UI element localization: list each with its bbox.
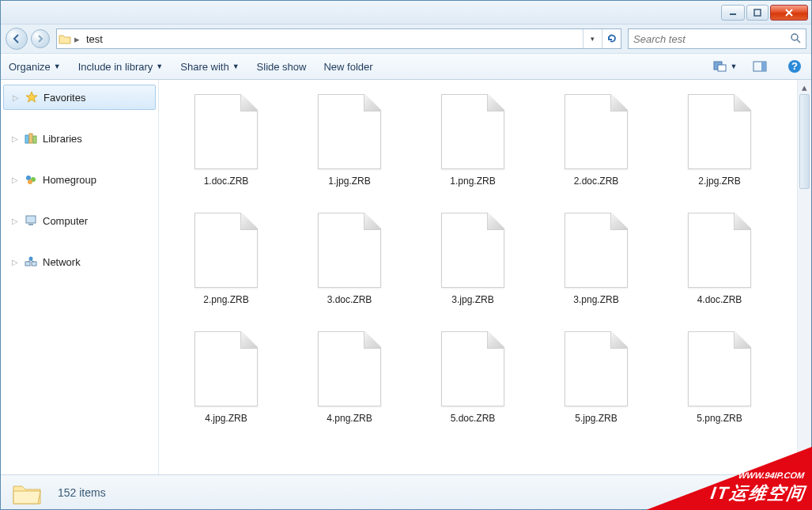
file-name-label: 2.png.ZRB: [203, 294, 248, 305]
minimize-button[interactable]: [721, 5, 745, 21]
folder-icon: [57, 33, 73, 44]
chevron-down-icon: ▼: [156, 62, 163, 70]
file-grid[interactable]: 1.doc.ZRB1.jpg.ZRB1.png.ZRB2.doc.ZRB2.jp…: [159, 80, 797, 474]
expand-icon[interactable]: ▷: [12, 258, 19, 266]
svg-line-5: [797, 40, 800, 43]
close-button[interactable]: [770, 5, 808, 21]
file-name-label: 3.doc.ZRB: [327, 294, 372, 305]
sidebar-item-network[interactable]: ▷ Network: [1, 249, 158, 274]
sidebar-item-libraries[interactable]: ▷ Libraries: [1, 126, 158, 151]
sidebar-item-favorites[interactable]: ▷ Favorites: [3, 85, 156, 110]
file-icon: [318, 213, 381, 288]
file-item[interactable]: 2.jpg.ZRB: [660, 91, 779, 210]
label: Slide show: [257, 61, 307, 73]
file-item[interactable]: 2.png.ZRB: [167, 210, 285, 328]
svg-text:?: ?: [791, 60, 798, 72]
file-icon: [318, 331, 381, 406]
forward-button[interactable]: [31, 29, 50, 48]
navigation-row: ▸ test ▾: [1, 25, 811, 53]
breadcrumb-folder[interactable]: test: [81, 29, 108, 48]
sidebar-item-label: Network: [43, 256, 81, 268]
chevron-right-icon: ▸: [73, 33, 81, 45]
file-item[interactable]: 4.png.ZRB: [290, 328, 409, 447]
file-icon: [688, 213, 751, 288]
file-item[interactable]: 3.jpg.ZRB: [414, 210, 532, 328]
svg-point-17: [28, 179, 32, 184]
svg-point-22: [29, 257, 33, 261]
help-button[interactable]: ?: [786, 58, 803, 75]
status-bar: 152 items: [1, 474, 811, 509]
scroll-thumb[interactable]: [799, 94, 810, 189]
share-with-menu[interactable]: Share with▼: [180, 61, 239, 73]
file-item[interactable]: 4.jpg.ZRB: [167, 328, 285, 447]
preview-pane-button[interactable]: [751, 58, 769, 75]
slideshow-button[interactable]: Slide show: [257, 61, 307, 73]
maximize-button[interactable]: [746, 5, 769, 21]
expand-icon[interactable]: ▷: [12, 176, 19, 184]
address-dropdown-button[interactable]: ▾: [583, 29, 602, 48]
file-item[interactable]: 1.doc.ZRB: [167, 91, 285, 210]
expand-icon[interactable]: ▷: [13, 93, 20, 102]
content-area: 1.doc.ZRB1.jpg.ZRB1.png.ZRB2.doc.ZRB2.jp…: [159, 80, 811, 474]
sidebar-item-label: Computer: [43, 215, 88, 227]
label: New folder: [323, 61, 372, 73]
file-name-label: 3.png.ZRB: [573, 294, 618, 305]
navigation-pane[interactable]: ▷ Favorites ▷ Libraries ▷ Homegroup ▷ Co…: [1, 80, 159, 474]
file-item[interactable]: 4.doc.ZRB: [660, 210, 779, 328]
file-name-label: 1.doc.ZRB: [204, 176, 249, 187]
scroll-up-button[interactable]: ▴: [798, 80, 811, 94]
organize-menu[interactable]: Organize▼: [9, 61, 61, 73]
file-icon: [565, 94, 628, 169]
chevron-down-icon: ▼: [232, 62, 240, 70]
svg-rect-20: [25, 262, 30, 266]
sidebar-item-label: Homegroup: [43, 174, 96, 186]
svg-rect-12: [25, 135, 28, 143]
file-icon: [195, 213, 258, 288]
file-item[interactable]: 5.doc.ZRB: [414, 328, 532, 447]
file-name-label: 2.jpg.ZRB: [698, 176, 740, 187]
include-in-library-menu[interactable]: Include in library▼: [78, 61, 164, 73]
file-name-label: 4.png.ZRB: [327, 413, 372, 424]
computer-icon: [24, 213, 38, 228]
label: Organize: [9, 61, 51, 73]
expand-icon[interactable]: ▷: [12, 217, 19, 225]
svg-rect-9: [761, 62, 766, 71]
file-icon: [441, 331, 504, 406]
file-icon: [441, 94, 504, 169]
folder-icon: [10, 478, 43, 507]
search-box[interactable]: [628, 28, 806, 49]
sidebar-item-homegroup[interactable]: ▷ Homegroup: [1, 167, 158, 192]
scroll-down-button[interactable]: ▾: [798, 460, 811, 474]
file-icon: [195, 94, 258, 169]
label: Share with: [180, 61, 228, 73]
file-name-label: 5.jpg.ZRB: [575, 413, 617, 424]
search-input[interactable]: [633, 33, 790, 45]
file-item[interactable]: 5.jpg.ZRB: [537, 328, 655, 447]
refresh-button[interactable]: [602, 29, 621, 48]
address-bar[interactable]: ▸ test ▾: [56, 28, 621, 49]
scroll-track[interactable]: [798, 94, 811, 460]
file-item[interactable]: 3.png.ZRB: [537, 210, 655, 328]
vertical-scrollbar[interactable]: ▴ ▾: [797, 80, 811, 474]
back-button[interactable]: [6, 28, 28, 50]
body: ▷ Favorites ▷ Libraries ▷ Homegroup ▷ Co…: [1, 80, 811, 474]
label: Include in library: [78, 61, 153, 73]
new-folder-button[interactable]: New folder: [323, 61, 372, 73]
file-item[interactable]: 3.doc.ZRB: [290, 210, 409, 328]
file-item[interactable]: 1.png.ZRB: [414, 91, 532, 210]
expand-icon[interactable]: ▷: [12, 134, 19, 143]
homegroup-icon: [24, 172, 38, 187]
file-name-label: 4.jpg.ZRB: [205, 413, 247, 424]
file-item[interactable]: 2.doc.ZRB: [537, 91, 655, 210]
file-icon: [565, 331, 628, 406]
file-item[interactable]: 5.png.ZRB: [660, 328, 779, 447]
view-options-button[interactable]: ▼: [716, 58, 734, 75]
file-item[interactable]: 1.jpg.ZRB: [290, 91, 409, 210]
file-name-label: 1.jpg.ZRB: [328, 176, 370, 187]
svg-rect-1: [754, 9, 761, 16]
chevron-down-icon: ▼: [54, 62, 61, 70]
chevron-down-icon: ▾: [591, 35, 595, 43]
sidebar-item-computer[interactable]: ▷ Computer: [1, 208, 158, 233]
file-icon: [688, 94, 751, 169]
file-icon: [441, 213, 504, 288]
